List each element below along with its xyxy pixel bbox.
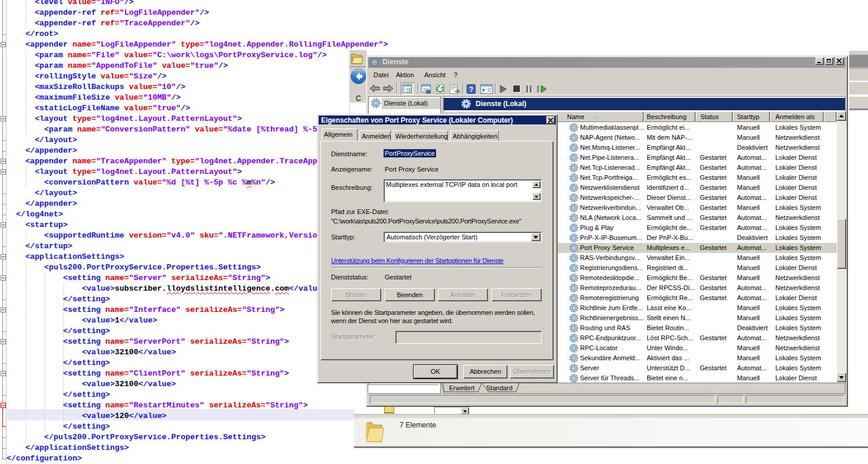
- svg-text:Standard: Standard: [486, 384, 513, 391]
- svg-text:Erweitert: Erweitert: [449, 384, 474, 391]
- svg-text:?: ?: [469, 85, 473, 94]
